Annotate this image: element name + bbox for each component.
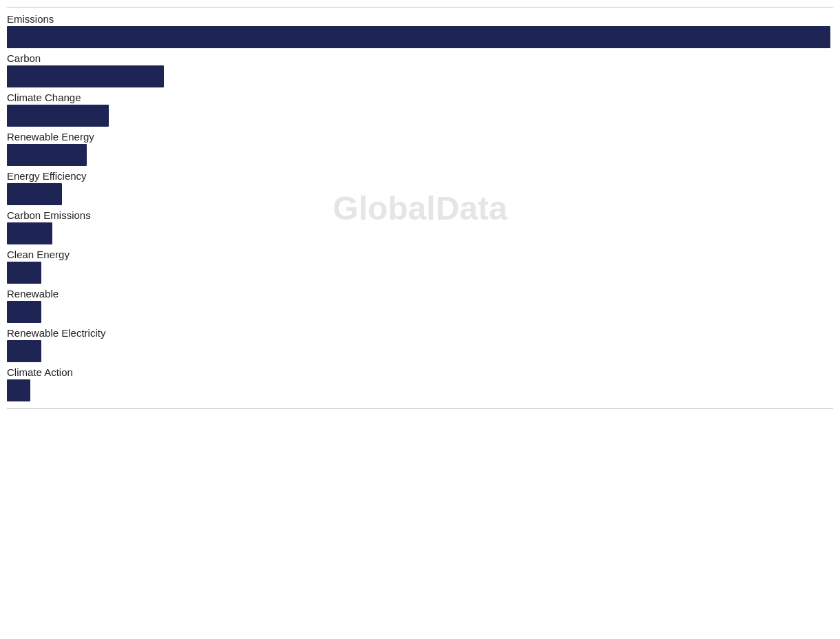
bar [7, 65, 164, 87]
top-divider [7, 7, 833, 8]
bar-item: Renewable Energy [7, 131, 833, 166]
bar-item: Climate Action [7, 366, 833, 401]
bar [7, 105, 109, 127]
bar-item: Energy Efficiency [7, 170, 833, 205]
bar [7, 379, 30, 401]
bar-label: Renewable [7, 288, 833, 300]
bar-item: Carbon Emissions [7, 209, 833, 244]
bar [7, 262, 41, 284]
bar-item: Emissions [7, 13, 833, 48]
bar-item: Clean Energy [7, 249, 833, 284]
bar-item: Renewable Electricity [7, 327, 833, 362]
bar [7, 340, 41, 362]
bar-label: Renewable Electricity [7, 327, 833, 339]
bar-label: Emissions [7, 13, 833, 25]
bar-item: Renewable [7, 288, 833, 323]
bar-label: Clean Energy [7, 249, 833, 260]
bar [7, 26, 830, 48]
bar-label: Energy Efficiency [7, 170, 833, 182]
bar [7, 183, 62, 205]
bar-item: Climate Change [7, 92, 833, 127]
bar-label: Carbon Emissions [7, 209, 833, 221]
bottom-divider [7, 408, 833, 409]
bar-label: Carbon [7, 52, 833, 64]
bars-wrapper: EmissionsCarbonClimate ChangeRenewable E… [7, 13, 833, 401]
bar [7, 222, 52, 244]
bar-label: Renewable Energy [7, 131, 833, 143]
bar [7, 144, 87, 166]
bar-label: Climate Change [7, 92, 833, 103]
bar-item: Carbon [7, 52, 833, 87]
bar [7, 301, 41, 323]
chart-container: GlobalData EmissionsCarbonClimate Change… [0, 0, 840, 416]
bar-label: Climate Action [7, 366, 833, 378]
